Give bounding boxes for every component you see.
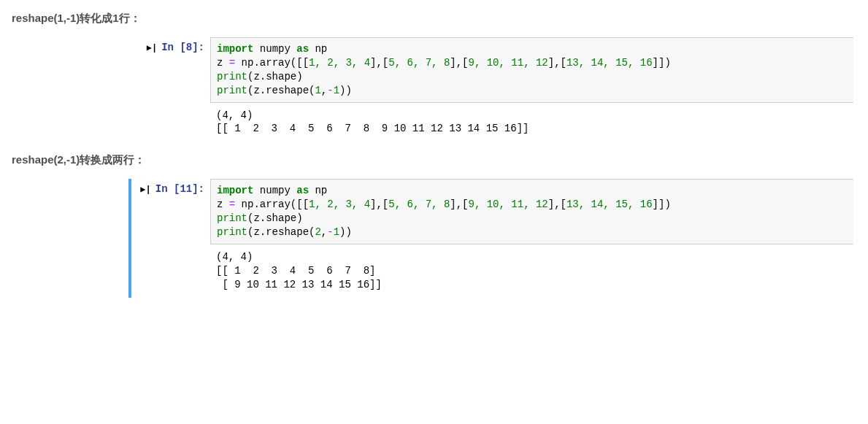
document-page: reshape(1,-1)转化成1行： ▶|In [8]: import num… <box>0 12 868 320</box>
cell-wrapper-2: ▶|In [11]: import numpy as np z = np.arr… <box>128 179 853 297</box>
prompt-label-2: In [11]: <box>155 183 204 195</box>
cell-wrapper-1: ▶|In [8]: import numpy as np z = np.arra… <box>128 37 853 142</box>
heading-1: reshape(1,-1)转化成1行： <box>12 12 853 26</box>
code-output-2: (4, 4) [[ 1 2 3 4 5 6 7 8] [ 9 10 11 12 … <box>210 244 853 298</box>
input-row-2: ▶|In [11]: import numpy as np z = np.arr… <box>131 179 853 244</box>
input-row-1: ▶|In [8]: import numpy as np z = np.arra… <box>131 37 853 103</box>
output-row-2: (4, 4) [[ 1 2 3 4 5 6 7 8] [ 9 10 11 12 … <box>131 244 853 298</box>
section-reshape-2: reshape(2,-1)转换成两行： ▶|In [11]: import nu… <box>12 153 853 297</box>
prompt-label-1: In [8]: <box>161 42 204 53</box>
run-icon: ▶| <box>140 185 150 195</box>
prompt-1: ▶|In [8]: <box>131 37 210 53</box>
code-block-2: ▶|In [11]: import numpy as np z = np.arr… <box>128 179 853 297</box>
code-input-1: import numpy as np z = np.array([[1, 2, … <box>210 37 853 103</box>
heading-2: reshape(2,-1)转换成两行： <box>12 153 853 167</box>
output-row-1: (4, 4) [[ 1 2 3 4 5 6 7 8 9 10 11 12 13 … <box>131 103 853 142</box>
output-prompt-1 <box>131 103 210 107</box>
run-icon: ▶| <box>147 43 157 53</box>
code-output-1: (4, 4) [[ 1 2 3 4 5 6 7 8 9 10 11 12 13 … <box>210 103 853 142</box>
output-prompt-2 <box>131 244 210 249</box>
prompt-2: ▶|In [11]: <box>131 179 210 195</box>
code-block-1: ▶|In [8]: import numpy as np z = np.arra… <box>128 37 853 142</box>
section-reshape-1: reshape(1,-1)转化成1行： ▶|In [8]: import num… <box>12 12 853 142</box>
code-input-2: import numpy as np z = np.array([[1, 2, … <box>210 179 853 244</box>
